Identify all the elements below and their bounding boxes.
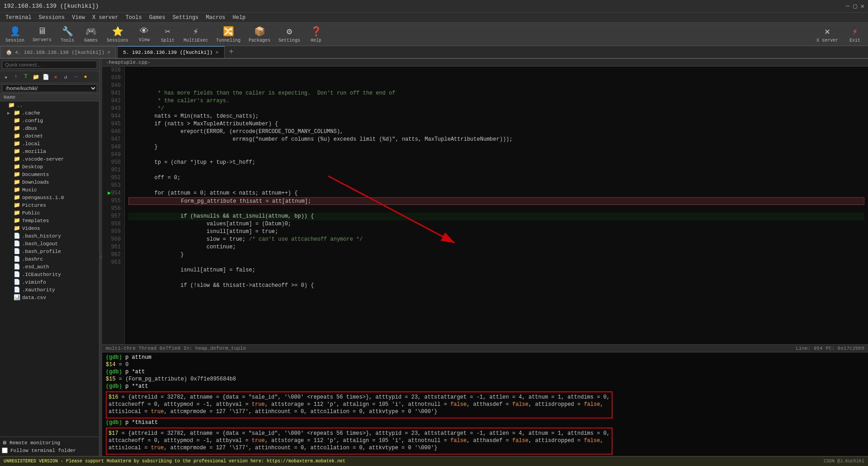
maximize-button[interactable]: ▢ (853, 2, 857, 10)
toolbar-sessions[interactable]: ⭐ Sessions (103, 25, 132, 44)
toolbar-split[interactable]: ✂ Split (156, 25, 179, 44)
menu-tools[interactable]: Tools (122, 14, 146, 21)
code-line-951: for (attnum = 0; attnum < natts; attnum+… (128, 190, 864, 197)
toolbar-exit[interactable]: ⚡ Exit (844, 25, 866, 44)
menu-games[interactable]: Games (146, 14, 169, 21)
tree-item-8[interactable]: 📁Desktop (0, 163, 99, 171)
tree-item-5[interactable]: 📁.local (0, 140, 99, 147)
toolbar-servers[interactable]: 🖥 Servers (29, 25, 55, 43)
tree-item-label: Public (22, 210, 40, 216)
menu-settings[interactable]: Settings (169, 14, 203, 21)
code-line-954: if (hasnulls && att_isnull(attnum, bp)) … (128, 213, 864, 220)
path-select[interactable]: /home/kuchiki/ (2, 84, 97, 92)
folder-icon: 📁 (14, 109, 20, 116)
sidebar-refresh-btn[interactable]: ↺ (61, 72, 70, 81)
menu-sessions[interactable]: Sessions (35, 14, 69, 21)
toolbar-xserver[interactable]: ✕ X server (813, 25, 842, 44)
term-output-2: attcacheoff = 0, atttypmod = -1, attbyva… (108, 401, 610, 409)
tree-item-18[interactable]: 📄.bash_logout (0, 240, 99, 247)
sidebar-circle-btn[interactable]: ● (81, 72, 90, 81)
tree-item-4[interactable]: 📁.dotnet (0, 132, 99, 140)
folder-icon: 📁 (14, 117, 20, 124)
toolbar-help[interactable]: ❓ Help (305, 25, 327, 44)
tree-item-label: Desktop (22, 164, 43, 170)
menu-terminal[interactable]: Terminal (2, 14, 35, 21)
tree-item-1[interactable]: ▶📁.cache (0, 109, 99, 117)
follow-terminal-item[interactable]: Follow terminal folder (2, 447, 97, 454)
tree-item-16[interactable]: 📁Videos (0, 224, 99, 232)
tree-item-9[interactable]: 📁Documents (0, 171, 99, 178)
tree-item-7[interactable]: 📁.vscode-server (0, 155, 99, 163)
toolbar-tools[interactable]: 🔧 Tools (56, 25, 79, 44)
monitor-icon: 🖥 (2, 440, 7, 446)
tree-item-14[interactable]: 📁Public (0, 209, 99, 217)
menu-macros[interactable]: Macros (202, 14, 229, 21)
minimize-button[interactable]: — (846, 2, 849, 10)
menu-help[interactable]: Help (229, 14, 250, 21)
toolbar-tunneling[interactable]: 🔀 Tunneling (212, 25, 244, 44)
tab-4-close[interactable]: ✕ (107, 49, 110, 56)
sidebar-t-btn[interactable]: T (21, 72, 30, 81)
tree-item-6[interactable]: 📁.mozilla (0, 147, 99, 155)
code-line-939: * the caller's arrays. (128, 97, 864, 105)
tree-item-20[interactable]: 📄.bashrc (0, 255, 99, 263)
tree-item-13[interactable]: 📁Pictures (0, 201, 99, 209)
code-line-948 (128, 166, 864, 174)
tree-item-23[interactable]: 📄.viminfo (0, 278, 99, 286)
tree-item-label: .Xauthority (22, 287, 55, 293)
toolbar-multiexec[interactable]: ⚡ MultiExec (180, 25, 212, 44)
menu-bar: Terminal Sessions View X server Tools Ga… (0, 13, 868, 23)
tree-item-25[interactable]: 📊data.csv (0, 294, 99, 301)
terminal-area[interactable]: (gdb) p attnum $14 = 0 (gdb) p *att $15 … (102, 352, 868, 456)
tab-5-close[interactable]: ✕ (215, 49, 218, 56)
remote-monitoring-item[interactable]: 🖥 Remote monitoring (2, 439, 97, 447)
line-numbers: 9389399409419429439449459469479489499509… (102, 67, 125, 344)
code-line-959: } (128, 251, 864, 259)
tree-item-22[interactable]: 📄.ICEauthority (0, 271, 99, 278)
tree-item-10[interactable]: 📁Downloads (0, 178, 99, 186)
toolbar-packages[interactable]: 📦 Packages (245, 25, 274, 44)
editor-status: multi-thre Thread 0x7f1e8 In: heap_defor… (102, 344, 868, 352)
tree-item-12[interactable]: 📁opengauss1.1.0 (0, 194, 99, 201)
tree-item-3[interactable]: 📁.dbus (0, 124, 99, 132)
tree-item-17[interactable]: 📄.bash_history (0, 232, 99, 240)
tree-item-label: .local (22, 141, 40, 147)
sidebar-up-btn[interactable]: ↑ (11, 72, 20, 81)
sidebar-arrow-btn[interactable]: → (71, 72, 80, 81)
tree-item-24[interactable]: 📄.Xauthority (0, 286, 99, 294)
follow-terminal-label: Follow terminal folder (10, 448, 76, 453)
tree-item-15[interactable]: 📁Templates (0, 217, 99, 224)
tree-item-21[interactable]: 📄.esd_auth (0, 263, 99, 271)
tab-4[interactable]: 🏠 4. 192.168.136.139 ([kuchiki]) ✕ (0, 46, 116, 58)
code-line-952: Form_pg_attribute thisatt = att[attnum]; (128, 197, 864, 205)
menu-view[interactable]: View (68, 14, 89, 21)
close-button[interactable]: ✕ (861, 2, 864, 10)
tab-add-button[interactable]: + (226, 46, 237, 58)
code-editor[interactable]: 9389399409419429439449459469479489499509… (102, 67, 868, 344)
toolbar-games[interactable]: 🎮 Games (80, 25, 102, 44)
tree-item-11[interactable]: 📁Music (0, 186, 99, 194)
term-line-5: (gdb) p **att (106, 383, 864, 390)
term-line-2: $14 = 0 (106, 361, 864, 369)
tree-item-label: opengauss1.1.0 (22, 195, 64, 200)
sidebar-star-btn[interactable]: ★ (1, 72, 10, 81)
sidebar-x-btn[interactable]: ✕ (51, 72, 60, 81)
code-line-949: off = 0; (128, 174, 864, 182)
sidebar-file-btn[interactable]: 📄 (41, 72, 50, 81)
tab-5[interactable]: 5. 192.168.136.139 ([kuchiki]) ✕ (117, 46, 224, 58)
folder-icon: 📁 (14, 125, 20, 132)
toolbar-settings[interactable]: ⚙ Settings (275, 25, 304, 44)
quick-connect-input[interactable] (2, 61, 97, 69)
sidebar-folder-btn[interactable]: 📁 (31, 72, 40, 81)
tree-item-label: data.csv (22, 295, 46, 300)
tree-item-2[interactable]: 📁.config (0, 117, 99, 124)
code-line-950 (128, 182, 864, 190)
toolbar-session[interactable]: 👤 Session (2, 25, 28, 44)
bottom-bar-text: UNREGISTERED VERSION - Please support Mo… (4, 459, 345, 464)
tree-item-19[interactable]: 📄.bash_profile (0, 247, 99, 255)
follow-terminal-checkbox[interactable] (2, 447, 8, 453)
file-icon: 📄 (14, 256, 20, 262)
tree-item-0[interactable]: 📁.. (0, 101, 99, 109)
menu-xserver[interactable]: X server (89, 14, 122, 21)
toolbar-view[interactable]: 👁 View (133, 25, 156, 43)
